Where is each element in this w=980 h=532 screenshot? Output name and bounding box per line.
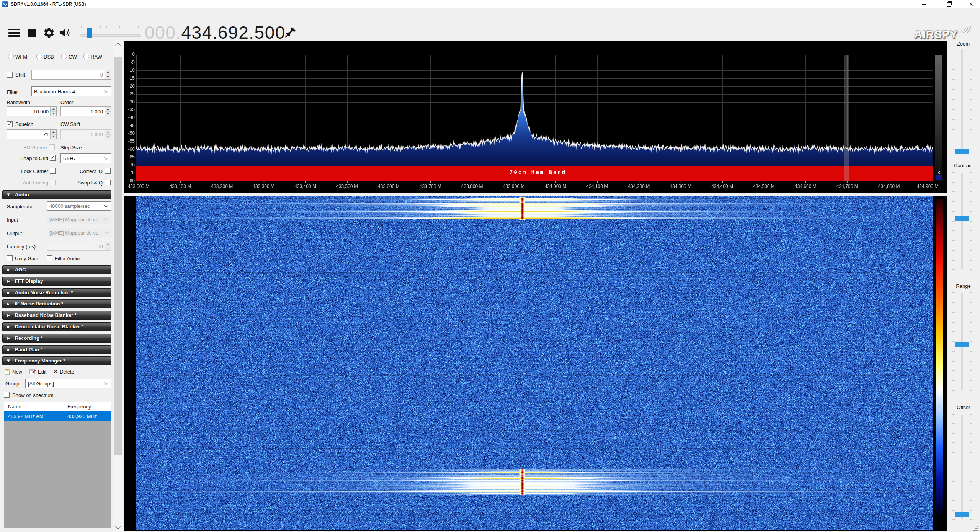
filter-label: Filter [7, 89, 18, 95]
order-spinner[interactable] [105, 107, 111, 116]
offset-slider-label: Offset [947, 405, 980, 410]
settings-button[interactable] [43, 27, 55, 40]
section-header-band-plan[interactable]: ▶Band Plan * [2, 345, 111, 354]
input-dropdown: [MME] Mappeur de so [47, 215, 111, 224]
order-input[interactable]: 1 000 [60, 106, 111, 116]
close-button[interactable]: ✕ [962, 0, 980, 8]
db-tick-label: -30 [124, 99, 135, 104]
db-tick-label: -70 [124, 162, 135, 168]
section-header-if-noise-reduction[interactable]: ▶IF Noise Reduction * [2, 299, 111, 308]
correct-iq-checkbox[interactable] [105, 168, 111, 174]
column-divider[interactable] [63, 403, 63, 410]
section-header-frequency-manager[interactable]: ▼ Frequency Manager * [2, 356, 111, 365]
minimize-icon [922, 4, 926, 5]
section-header-audio-noise-reduction[interactable]: ▶Audio Noise Reduction * [2, 288, 111, 297]
frequency-display[interactable]: 000.434.692.500 [145, 22, 286, 42]
section-header-audio[interactable]: ▼ Audio [2, 190, 111, 199]
section-header-agc[interactable]: ▶AGC [2, 265, 111, 274]
lock-carrier-checkbox[interactable] [50, 168, 56, 174]
column-header-frequency[interactable]: Frequency [63, 404, 91, 410]
radio-cw[interactable] [61, 54, 67, 59]
snap-to-grid-label: Snap to Grid [0, 155, 48, 161]
shift-input[interactable]: 0 [31, 70, 111, 80]
new-button[interactable]: New [4, 368, 28, 375]
samplerate-value: 48000 sample/sec [49, 203, 90, 209]
group-value: [All Groups] [28, 381, 54, 387]
offset-slider-track[interactable] [961, 414, 963, 520]
section-header-recording[interactable]: ▶Recording * [2, 334, 111, 343]
lock-carrier-label: Lock Carrier [0, 168, 48, 174]
radio-dsb[interactable] [36, 54, 42, 59]
gear-icon [43, 27, 55, 39]
section-header-fft-display[interactable]: ▶FFT Display [2, 277, 111, 286]
step-size-dropdown[interactable]: 5 kHz [60, 153, 111, 163]
latency-value: 100 [47, 243, 105, 249]
section-header-baseband-noise-blanker[interactable]: ▶Baseband Noise Blanker * [2, 311, 111, 320]
shift-spinner[interactable] [105, 70, 111, 79]
scrollbar-thumb[interactable] [114, 57, 122, 455]
resize-grip[interactable] [973, 526, 979, 531]
snap-to-grid-checkbox[interactable]: ✓ [50, 155, 56, 161]
contrast-slider-track[interactable] [961, 172, 963, 270]
radio-wfm[interactable] [8, 54, 14, 59]
zoom-slider-track[interactable] [961, 49, 963, 150]
edit-button[interactable]: Edit [29, 368, 52, 375]
delete-button[interactable]: ✕ Delete [53, 369, 79, 375]
chevron-down-icon [104, 230, 108, 234]
volume-thumb[interactable] [87, 28, 92, 38]
output-value: [MME] Mappeur de so [49, 230, 98, 236]
waterfall-canvas[interactable] [124, 196, 947, 531]
filter-dropdown[interactable]: Blackman-Harris 4 [31, 86, 111, 96]
stop-button[interactable] [28, 29, 36, 37]
zoom-slider-thumb[interactable] [955, 149, 969, 154]
column-header-name[interactable]: Name [4, 404, 63, 410]
swap-iq-checkbox[interactable] [105, 180, 111, 185]
airspy-logo: AIRSPY [914, 26, 972, 42]
range-slider-thumb[interactable] [955, 342, 969, 347]
restore-button[interactable] [940, 0, 957, 8]
audio-mute-button[interactable] [58, 27, 71, 40]
db-tick-label: -15 [124, 75, 135, 81]
squelch-checkbox[interactable]: ✓ [7, 121, 13, 127]
range-slider-track[interactable] [961, 293, 963, 390]
offset-slider-thumb[interactable] [955, 512, 969, 517]
radio-raw[interactable] [83, 54, 89, 59]
panel-scrollbar[interactable] [113, 40, 122, 532]
frequency-tick-label: 434,000 M [537, 184, 574, 189]
waterfall-display[interactable] [124, 196, 947, 531]
menu-button[interactable] [8, 29, 20, 37]
shift-checkbox[interactable] [7, 72, 13, 78]
section-header-demodulator-noise-blanker[interactable]: ▶Demodulator Noise Blanker * [2, 322, 111, 331]
radio-label-cw: CW [69, 54, 77, 60]
minimize-button[interactable] [915, 0, 933, 8]
settings-panel: WFMDSBCWRAW Shift 0 Filter Blackman-Harr… [0, 40, 113, 532]
window-title: SDR# v1.0.0.1664 - RTL-SDR (USB) [11, 2, 86, 7]
table-header[interactable]: Name Frequency [4, 402, 111, 411]
pin-button[interactable] [284, 25, 297, 40]
frequency-table[interactable]: Name Frequency 433,92 MHz AM 433,920 MHz [4, 402, 111, 528]
expand-triangle-icon: ▶ [7, 348, 10, 352]
unity-gain-checkbox[interactable] [7, 255, 13, 261]
section-label: Audio [15, 192, 29, 197]
squelch-value: 71 [7, 132, 50, 137]
scroll-down-icon[interactable] [115, 524, 121, 529]
frequency-tick-label: 434,300 M [662, 184, 699, 189]
chevron-down-icon [104, 88, 108, 93]
bandwidth-input[interactable]: 10 000 [7, 106, 57, 116]
squelch-spinner[interactable] [50, 130, 56, 139]
section-label: IF Noise Reduction * [15, 301, 63, 307]
squelch-input[interactable]: 71 [7, 129, 57, 139]
frequency-tick-label: 434,100 M [579, 184, 616, 189]
samplerate-dropdown[interactable]: 48000 sample/sec [47, 201, 111, 211]
show-on-spectrum-checkbox[interactable] [4, 392, 10, 398]
spectrum-display[interactable]: 0-5-10-15-20-25-30-35-40-45-50-55-60-65-… [124, 41, 947, 193]
scroll-up-icon[interactable] [115, 42, 121, 48]
group-dropdown[interactable]: [All Groups] [25, 379, 111, 388]
collapse-triangle-icon: ▼ [7, 193, 10, 197]
filter-audio-checkbox[interactable] [47, 255, 52, 261]
table-row[interactable]: 433,92 MHz AM 433,920 MHz [4, 411, 111, 421]
unity-gain-label: Unity Gain [15, 256, 38, 261]
bandwidth-spinner[interactable] [50, 107, 56, 116]
contrast-slider-thumb[interactable] [955, 216, 969, 221]
frequency-tick-label: 434,800 M [871, 184, 907, 189]
